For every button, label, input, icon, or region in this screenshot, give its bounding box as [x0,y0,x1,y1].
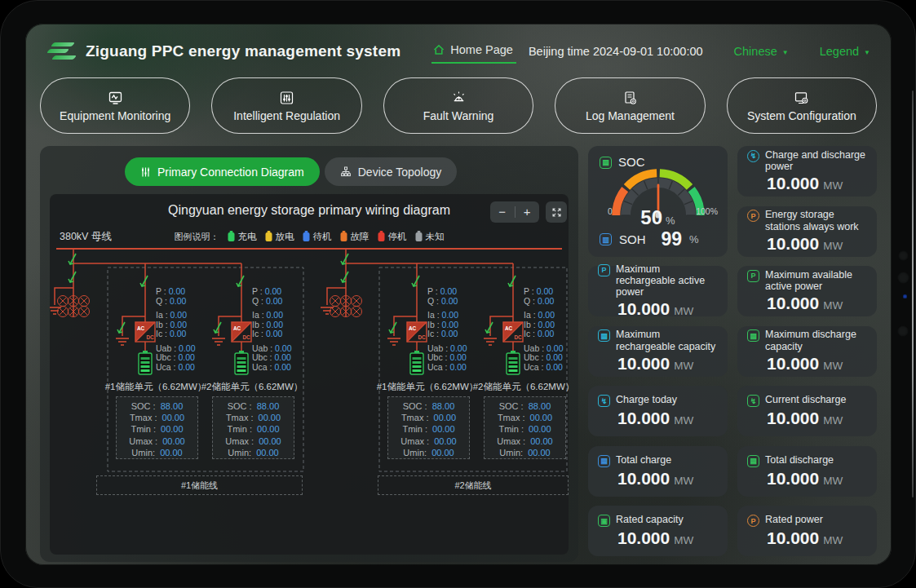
metric-value: 10.000MW [767,528,867,548]
nav-equipment-monitoring[interactable]: Equipment Monitoring [40,77,190,134]
soc-gauge-panel: ▤ SOC [588,146,728,257]
database-health-icon: ▥ [600,233,612,245]
busbar-voltage-label: 380kV 母线 [60,230,112,244]
alarm-light-icon [450,90,467,106]
metric-label: Maximum available active power [765,269,867,293]
app-logo-icon [46,42,76,61]
metrics-sidebar: ▤ SOC [588,146,877,556]
clock-text: Beijing time 2024-09-01 10:00:00 [529,45,703,58]
language-selector[interactable]: Chinese ▼ [734,45,789,58]
unit-soc-box: SOC : 88.00 Tmax : 00.00 Tmin : 00.00 Um… [212,396,294,459]
power-p-circle-icon: P [747,210,759,222]
power-flag-icon: P [598,264,610,276]
metric-label: Current discharge [765,394,846,407]
battery-card-icon: ▤ [747,455,759,467]
home-page-link[interactable]: Home Page [431,40,516,64]
svg-text:DC: DC [243,334,251,340]
metric-label: Maximum rechargeable capacity [616,329,718,352]
svg-text:DC: DC [418,334,427,340]
monitor-pulse-icon [107,90,124,106]
bezel-camera-dot [897,325,909,337]
nav-label: Fault Warning [423,109,494,122]
legend-item-unknown: 未知 [416,231,445,243]
sliders-icon [278,90,295,106]
legend-item-standby: 待机 [303,231,332,243]
nav-label: Intelligent Regulation [233,109,340,122]
metric-card-charge-today: ↯ Charge today 10.000MW [588,386,728,436]
chevron-down-icon: ▼ [782,49,789,56]
wiring-diagram-canvas: Qingyuan energy storage primary wiring d… [50,194,569,555]
soc-value: 50% [588,206,728,229]
nav-fault-warning[interactable]: Fault Warning [383,77,533,134]
metric-label: Rated capacity [616,514,684,527]
metric-value: 10.000MW [617,469,718,489]
unit-soc-box: SOC : 88.00 Tmax : 00.00 Tmin : 00.00 Um… [387,396,470,459]
chevron-down-icon: ▼ [864,49,870,56]
main-nav: Equipment Monitoring Intelligent Regulat… [40,77,877,134]
metric-card-total-charge: ▤ Total charge 10.000MW [588,446,728,497]
lightning-circle-icon: ↯ [747,150,759,162]
nav-label: Log Management [586,109,675,122]
acdc-converter-label: AC [137,325,145,331]
battery-card-icon: ▤ [747,329,759,342]
metric-label: Rated power [765,514,823,527]
zoom-out-button[interactable]: − [490,201,515,223]
home-icon [433,44,445,55]
metric-value: 10.000MW [767,354,867,374]
unit-measurements: P :0.00 Q :0.00 Ia :0.00 Ib :0.00 Ic :0.… [427,287,493,372]
battery-bolt-icon: ↯ [747,395,759,407]
nav-system-configuration[interactable]: System Configuration [727,77,877,134]
tablet-edge-highlight [912,91,914,497]
storage-line-label: #1储能线 [96,475,303,495]
zoom-in-button[interactable]: + [516,201,540,223]
metric-label: Charge and discharge power [765,149,867,173]
app-title: Ziguang PPC energy management system [86,42,400,60]
legend-selected-label: Legend [820,45,859,58]
feeder-symbol [321,249,362,317]
language-selected-label: Chinese [734,45,777,58]
metric-card-current-discharge: ↯ Current discharge 10.000MW [737,386,877,436]
feeder-symbol [50,249,90,317]
metric-label: Maximum discharge capacity [765,329,867,352]
soh-row: ▥ SOH 99 % [600,228,699,250]
storage-unit-symbol [116,263,155,374]
unit-soc-box: SOC : 88.00 Tmax : 00.00 Tmin : 00.00 Um… [484,396,566,459]
power-p-circle-icon: P [747,515,759,527]
metric-card-total-discharge: ▤ Total discharge 10.000MW [737,446,877,497]
nav-log-management[interactable]: Log Management [555,77,705,134]
wiring-svg: AC DC AC DC AC DC AC DC [50,194,569,555]
screen-gear-icon [793,90,810,106]
metric-value: 10.000MW [617,528,718,548]
bezel-camera-dot [898,250,909,261]
tab-primary-connection-diagram[interactable]: Primary Connection Diagram [125,157,320,186]
metric-card-max-rechargeable-capacity: ▤ Maximum rechargeable capacity 10.000MW [588,326,728,377]
legend-item-charging: 充电 [228,231,257,243]
battery-icon: ▣ [598,515,610,527]
metric-label: Total charge [616,454,671,467]
metric-label: Energy storage stations always work [765,209,867,232]
document-gear-icon [622,90,639,106]
tab-device-topology[interactable]: Device Topology [325,157,457,186]
metric-label: Charge today [616,394,677,407]
soh-label: SOH [619,232,646,246]
legend-selector[interactable]: Legend ▼ [820,45,870,58]
nav-intelligent-regulation[interactable]: Intelligent Regulation [211,77,361,134]
battery-bolt-icon: ↯ [598,395,610,407]
tab-label: Device Topology [358,166,441,179]
metric-card-max-discharge-capacity: ▤ Maximum discharge capacity 10.000MW [737,326,877,377]
storage-unit-symbol [387,263,427,374]
unit-measurements: P :0.00 Q :0.00 Ia :0.00 Ib :0.00 Ic :0.… [524,287,589,372]
bezel-led-dot [903,294,907,298]
metric-value: 10.000MW [617,299,718,319]
battery-card-icon: ▤ [598,455,610,467]
metric-value: 10.000MW [767,469,867,489]
storage-line-label: #2储能线 [378,475,569,495]
diagram-tabs: Primary Connection Diagram Device [125,157,578,186]
unit-name: #2储能单元（6.62MW） [467,381,581,393]
fullscreen-icon [551,207,562,218]
legend-caption: 图例说明： [175,231,219,243]
header-right: Beijing time 2024-09-01 10:00:00 Chinese… [529,45,870,58]
tab-label: Primary Connection Diagram [157,166,304,179]
fullscreen-button[interactable] [546,201,567,223]
acdc-converter-label: AC [409,325,417,331]
